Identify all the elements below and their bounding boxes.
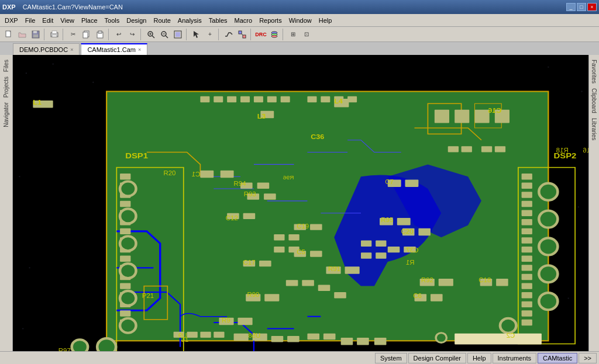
- menu-window[interactable]: Window: [285, 16, 315, 25]
- menu-reports[interactable]: Reports: [256, 16, 285, 25]
- place-button[interactable]: +: [204, 28, 216, 41]
- menu-macro[interactable]: Macro: [231, 16, 256, 25]
- left-sidebar: Files Projects Navigator: [0, 55, 13, 351]
- svg-rect-60: [267, 96, 277, 102]
- svg-text:C18: C18: [478, 277, 491, 283]
- svg-rect-129: [257, 183, 270, 189]
- svg-rect-131: [264, 193, 276, 199]
- menu-dxp[interactable]: DXP: [1, 16, 22, 25]
- svg-rect-80: [120, 201, 130, 207]
- sidebar-clipboard[interactable]: Clipboard: [590, 86, 598, 116]
- new-button[interactable]: [2, 28, 15, 41]
- svg-rect-95: [522, 183, 532, 189]
- menu-help[interactable]: Help: [315, 16, 336, 25]
- svg-rect-94: [522, 174, 532, 179]
- redo-button[interactable]: ↪: [126, 28, 139, 41]
- menu-file[interactable]: File: [22, 16, 39, 25]
- svg-text:R95: R95: [381, 217, 393, 223]
- menu-design[interactable]: Design: [123, 16, 150, 25]
- tab-pcbdoc[interactable]: DEMO.PCBDOC ×: [13, 43, 80, 55]
- pcb-view[interactable]: L1 L4 L3 C36 C16 DSP1 DSP2 R18 R16: [13, 55, 588, 351]
- svg-rect-40: [106, 91, 548, 341]
- svg-text:C19: C19: [297, 223, 309, 229]
- print-button[interactable]: [48, 28, 61, 41]
- sidebar-favorites[interactable]: Favorites: [590, 57, 598, 86]
- undo-button[interactable]: ↩: [112, 28, 125, 41]
- svg-text:R1: R1: [406, 259, 415, 266]
- svg-text:R18: R18: [556, 147, 569, 153]
- save-button[interactable]: [29, 28, 42, 41]
- svg-rect-77: [120, 174, 130, 179]
- tab-camtastic[interactable]: CAMtastic1.Cam ×: [81, 43, 147, 55]
- svg-rect-175: [455, 334, 542, 345]
- sidebar-navigator[interactable]: Navigator: [2, 100, 11, 130]
- status-more[interactable]: >>: [579, 353, 597, 363]
- select-button[interactable]: [190, 28, 203, 41]
- svg-point-125: [436, 333, 446, 343]
- minimize-button[interactable]: _: [566, 3, 576, 11]
- open-button[interactable]: [16, 28, 29, 41]
- menu-place[interactable]: Place: [78, 16, 101, 25]
- svg-text:C7: C7: [385, 178, 394, 185]
- status-help[interactable]: Help: [467, 353, 491, 363]
- svg-rect-7: [52, 35, 57, 37]
- paste-button[interactable]: [94, 28, 106, 41]
- tab-camtastic-close[interactable]: ×: [138, 47, 141, 53]
- tab-pcbdoc-label: DEMO.PCBDOC: [19, 46, 68, 53]
- status-camtastic[interactable]: CAMtastic: [538, 353, 577, 363]
- status-system[interactable]: System: [375, 353, 407, 363]
- sidebar-projects[interactable]: Projects: [2, 74, 11, 100]
- menu-route[interactable]: Route: [150, 16, 174, 25]
- status-design-compiler[interactable]: Design Compiler: [408, 353, 466, 363]
- close-button[interactable]: ×: [587, 3, 597, 11]
- svg-point-33: [581, 91, 582, 92]
- svg-point-119: [539, 183, 557, 200]
- svg-rect-11: [98, 31, 102, 33]
- svg-rect-153: [431, 294, 443, 301]
- menu-tables[interactable]: Tables: [205, 16, 231, 25]
- maximize-button[interactable]: □: [577, 3, 586, 11]
- sidebar-files[interactable]: Files: [2, 57, 11, 74]
- svg-text:DSP1: DSP1: [125, 151, 148, 160]
- svg-rect-155: [264, 294, 279, 301]
- copy-button[interactable]: [80, 28, 93, 41]
- svg-rect-69: [435, 110, 449, 123]
- tab-pcbdoc-close[interactable]: ×: [70, 47, 73, 53]
- sidebar-libraries[interactable]: Libraries: [590, 116, 598, 143]
- svg-rect-143: [259, 261, 271, 266]
- pcb-canvas[interactable]: L1 L4 L3 C36 C16 DSP1 DSP2 R18 R16: [13, 55, 588, 351]
- svg-rect-109: [522, 310, 532, 316]
- titlebar-left: DXP CAMtastic1.Cam?ViewName=CAN: [2, 4, 123, 11]
- svg-rect-100: [522, 228, 532, 234]
- svg-rect-184: [388, 247, 400, 252]
- menu-edit[interactable]: Edit: [39, 16, 57, 25]
- svg-rect-110: [522, 320, 532, 325]
- svg-rect-92: [120, 310, 130, 316]
- menu-analysis[interactable]: Analysis: [174, 16, 205, 25]
- layer-button[interactable]: [268, 28, 281, 41]
- svg-rect-159: [334, 292, 346, 298]
- svg-text:R93: R93: [244, 190, 256, 197]
- canvas-area[interactable]: L1 L4 L3 C36 C16 DSP1 DSP2 R18 R16: [13, 55, 588, 351]
- svg-point-113: [120, 236, 136, 251]
- status-instruments[interactable]: Instruments: [493, 353, 536, 363]
- menu-view[interactable]: View: [57, 16, 78, 25]
- snap-button[interactable]: ⊡: [300, 28, 313, 41]
- zoom-in-button[interactable]: [144, 28, 157, 41]
- cut-button[interactable]: ✂: [67, 28, 80, 41]
- svg-rect-75: [481, 146, 492, 152]
- menu-tools[interactable]: Tools: [101, 16, 123, 25]
- zoom-out-button[interactable]: [158, 28, 171, 41]
- svg-rect-170: [323, 334, 336, 339]
- autoroute-button[interactable]: [236, 28, 249, 41]
- svg-rect-57: [227, 96, 236, 102]
- route-button[interactable]: [222, 28, 235, 41]
- drc-button[interactable]: DRC: [254, 28, 267, 41]
- zoom-fit-button[interactable]: [171, 28, 184, 41]
- svg-line-24: [242, 34, 243, 35]
- grid-button[interactable]: ⊞: [287, 28, 300, 41]
- svg-rect-70: [455, 110, 469, 123]
- svg-rect-4: [33, 34, 38, 37]
- menubar: DXP File Edit View Place Tools Design Ro…: [0, 14, 599, 27]
- svg-rect-149: [439, 279, 453, 286]
